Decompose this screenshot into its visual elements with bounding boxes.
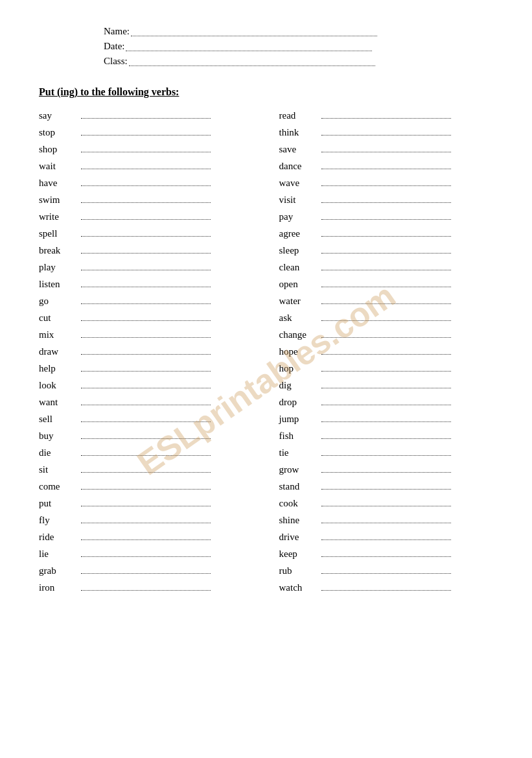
answer-line[interactable]: [321, 464, 451, 473]
answer-line[interactable]: [81, 160, 211, 169]
answer-line[interactable]: [321, 261, 451, 270]
answer-line[interactable]: [81, 396, 211, 405]
answer-line[interactable]: [81, 194, 211, 203]
answer-line[interactable]: [321, 143, 451, 152]
answer-line[interactable]: [321, 514, 451, 523]
list-item: fly: [39, 514, 253, 528]
answer-line[interactable]: [81, 430, 211, 439]
list-item: grow: [279, 464, 494, 478]
answer-line[interactable]: [321, 447, 451, 456]
word-label: hope: [279, 346, 321, 357]
list-item: say: [39, 110, 253, 124]
answer-line[interactable]: [81, 548, 211, 557]
answer-line[interactable]: [81, 379, 211, 388]
answer-line[interactable]: [81, 329, 211, 338]
answer-line[interactable]: [321, 126, 451, 136]
list-item: cook: [279, 497, 494, 512]
answer-line[interactable]: [81, 346, 211, 355]
list-item: ride: [39, 531, 253, 545]
answer-line[interactable]: [321, 480, 451, 490]
answer-line[interactable]: [321, 160, 451, 169]
answer-line[interactable]: [81, 244, 211, 254]
answer-line[interactable]: [321, 329, 451, 338]
answer-line[interactable]: [81, 295, 211, 304]
list-item: drive: [279, 531, 494, 545]
word-label: shine: [279, 515, 321, 526]
word-label: stand: [279, 481, 321, 492]
answer-line[interactable]: [81, 565, 211, 574]
word-label: die: [39, 447, 81, 458]
word-label: open: [279, 279, 321, 290]
word-label: think: [279, 127, 321, 138]
answer-line[interactable]: [321, 548, 451, 557]
name-dots: [131, 27, 377, 36]
answer-line[interactable]: [321, 295, 451, 304]
word-label: ride: [39, 532, 81, 543]
list-item: sell: [39, 413, 253, 427]
list-item: agree: [279, 228, 494, 242]
answer-line[interactable]: [81, 278, 211, 287]
answer-line[interactable]: [321, 228, 451, 237]
answer-line[interactable]: [321, 211, 451, 220]
date-dots: [126, 42, 372, 51]
list-item: mix: [39, 329, 253, 343]
answer-line[interactable]: [81, 362, 211, 372]
answer-line[interactable]: [321, 582, 451, 591]
word-label: watch: [279, 582, 321, 593]
answer-line[interactable]: [81, 110, 211, 119]
answer-line[interactable]: [321, 531, 451, 540]
answer-line[interactable]: [81, 143, 211, 152]
list-item: die: [39, 447, 253, 461]
answer-line[interactable]: [321, 278, 451, 287]
list-item: hope: [279, 346, 494, 360]
answer-line[interactable]: [81, 126, 211, 136]
answer-line[interactable]: [321, 110, 451, 119]
answer-line[interactable]: [321, 565, 451, 574]
list-item: stand: [279, 480, 494, 495]
list-item: buy: [39, 430, 253, 444]
word-label: iron: [39, 582, 81, 593]
answer-line[interactable]: [81, 480, 211, 490]
answer-line[interactable]: [81, 211, 211, 220]
answer-line[interactable]: [321, 396, 451, 405]
answer-line[interactable]: [81, 582, 211, 591]
word-label: sell: [39, 414, 81, 425]
answer-line[interactable]: [81, 261, 211, 270]
word-label: rub: [279, 565, 321, 576]
answer-line[interactable]: [81, 497, 211, 506]
answer-line[interactable]: [321, 312, 451, 321]
word-label: fly: [39, 515, 81, 526]
list-item: dig: [279, 379, 494, 394]
word-label: have: [39, 178, 81, 189]
answer-line[interactable]: [321, 497, 451, 506]
answer-line[interactable]: [81, 464, 211, 473]
answer-line[interactable]: [321, 379, 451, 388]
word-label: agree: [279, 228, 321, 239]
list-item: keep: [279, 548, 494, 562]
word-columns: saystopshopwaithaveswimwritespellbreakpl…: [39, 110, 493, 598]
list-item: dance: [279, 160, 494, 174]
answer-line[interactable]: [81, 413, 211, 422]
answer-line[interactable]: [81, 514, 211, 523]
answer-line[interactable]: [81, 447, 211, 456]
answer-line[interactable]: [81, 228, 211, 237]
answer-line[interactable]: [321, 430, 451, 439]
list-item: ask: [279, 312, 494, 326]
header-section: Name: Date: Class:: [104, 26, 493, 67]
list-item: read: [279, 110, 494, 124]
answer-line[interactable]: [321, 177, 451, 186]
answer-line[interactable]: [81, 531, 211, 540]
list-item: change: [279, 329, 494, 343]
answer-line[interactable]: [81, 177, 211, 186]
answer-line[interactable]: [321, 194, 451, 203]
answer-line[interactable]: [321, 244, 451, 254]
answer-line[interactable]: [81, 312, 211, 321]
list-item: play: [39, 261, 253, 276]
word-label: drop: [279, 397, 321, 408]
answer-line[interactable]: [321, 362, 451, 372]
word-label: mix: [39, 329, 81, 340]
date-line: Date:: [104, 41, 493, 52]
answer-line[interactable]: [321, 413, 451, 422]
word-label: listen: [39, 279, 81, 290]
answer-line[interactable]: [321, 346, 451, 355]
